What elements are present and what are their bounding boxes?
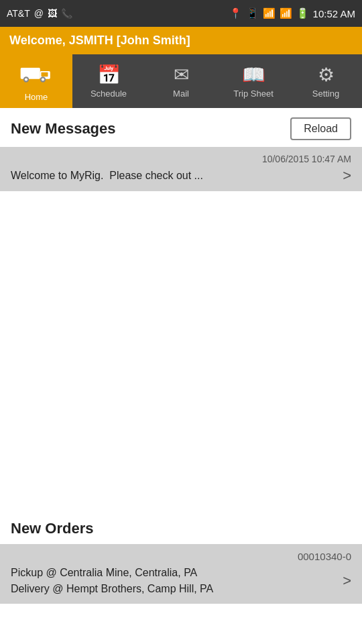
battery-icon: 🔋 <box>296 7 309 19</box>
phone-icon: 📞 <box>61 8 72 19</box>
order-delivery: Delivery @ Hempt Brothers, Camp Hill, PA <box>11 581 213 597</box>
nav-tripsheet-label: Trip Sheet <box>233 89 274 99</box>
nav-home-label: Home <box>25 92 48 102</box>
message-sender: Welcome to MyRig. Please check out ... <box>11 170 203 182</box>
phone2-icon: 📱 <box>246 7 259 19</box>
image-icon: 🖼 <box>48 8 57 19</box>
messages-title: New Messages <box>11 120 116 138</box>
carrier-label: AT&T <box>7 8 30 19</box>
svg-rect-0 <box>21 68 40 79</box>
time-display: 10:52 AM <box>313 8 355 19</box>
nav-setting[interactable]: ⚙ Setting <box>290 54 362 108</box>
svg-point-6 <box>42 78 44 80</box>
orders-section-header: New Orders <box>0 511 362 544</box>
order-item[interactable]: 00010340-0 Pickup @ Centralia Mine, Cent… <box>0 544 362 604</box>
order-chevron: > <box>343 572 351 590</box>
mail-icon: ✉ <box>174 64 189 86</box>
nav-schedule[interactable]: 📅 Schedule <box>72 54 145 108</box>
messages-section-header: New Messages Reload <box>0 108 362 147</box>
message-row: Welcome to MyRig. Please check out ... > <box>11 167 351 184</box>
orders-section: New Orders 00010340-0 Pickup @ Centralia… <box>0 511 362 604</box>
status-left: AT&T @ 🖼 📞 <box>7 8 72 19</box>
setting-icon: ⚙ <box>318 64 335 86</box>
nav-home[interactable]: Home <box>0 54 72 108</box>
nav-mail[interactable]: ✉ Mail <box>145 54 217 108</box>
location-icon: 📍 <box>229 7 242 19</box>
svg-point-4 <box>25 78 27 80</box>
message-date: 10/06/2015 10:47 AM <box>11 154 351 164</box>
welcome-text: Welcome, JSMITH [John Smith] <box>9 34 190 47</box>
order-row: Pickup @ Centralia Mine, Centralia, PA D… <box>11 565 351 597</box>
status-bar: AT&T @ 🖼 📞 📍 📱 📶 📶 🔋 10:52 AM <box>0 0 362 27</box>
order-pickup: Pickup @ Centralia Mine, Centralia, PA <box>11 565 213 581</box>
message-chevron: > <box>343 167 351 184</box>
nav-tripsheet[interactable]: 📖 Trip Sheet <box>217 54 290 108</box>
nav-setting-label: Setting <box>312 89 339 99</box>
orders-title: New Orders <box>11 520 94 537</box>
wifi-icon: 📶 <box>263 7 276 19</box>
content: New Messages Reload 10/06/2015 10:47 AM … <box>0 108 362 191</box>
nav-mail-label: Mail <box>173 89 189 99</box>
nav-schedule-label: Schedule <box>90 89 127 99</box>
at-icon: @ <box>34 8 44 19</box>
welcome-bar: Welcome, JSMITH [John Smith] <box>0 27 362 54</box>
reload-button[interactable]: Reload <box>290 117 351 140</box>
signal-icon: 📶 <box>280 7 292 19</box>
order-details: Pickup @ Centralia Mine, Centralia, PA D… <box>11 565 213 597</box>
tripsheet-icon: 📖 <box>242 64 265 86</box>
status-right: 📍 📱 📶 📶 🔋 10:52 AM <box>229 7 355 19</box>
home-icon <box>19 61 53 89</box>
svg-rect-2 <box>42 72 48 76</box>
schedule-icon: 📅 <box>97 64 121 86</box>
nav-bar: Home 📅 Schedule ✉ Mail 📖 Trip Sheet ⚙ Se… <box>0 54 362 108</box>
order-id: 00010340-0 <box>11 551 351 562</box>
message-item[interactable]: 10/06/2015 10:47 AM Welcome to MyRig. Pl… <box>0 147 362 191</box>
